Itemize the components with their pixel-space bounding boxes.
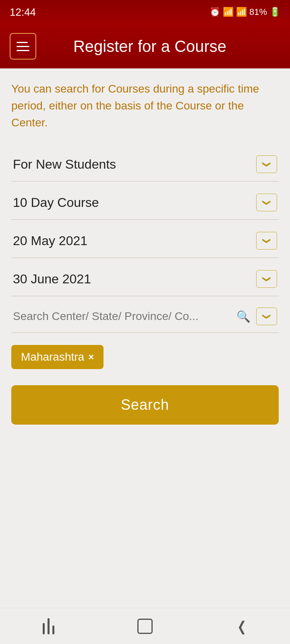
wifi-icon: 📶 (223, 7, 234, 17)
search-icon[interactable]: 🔍 (234, 308, 252, 325)
tag-label: Maharashtra (21, 351, 84, 363)
search-button[interactable]: Search (11, 385, 279, 425)
main-content: You can search for Courses during a spec… (0, 68, 290, 433)
student-type-label: For New Students (13, 157, 116, 172)
start-date-label: 20 May 2021 (13, 233, 87, 248)
end-date-dropdown[interactable]: 30 June 2021 (11, 262, 279, 296)
bottom-navigation: ❮ (0, 608, 290, 644)
center-search-container: 🔍 (11, 300, 279, 333)
selected-tags-container: Maharashtra × (11, 345, 279, 369)
home-icon (137, 619, 153, 634)
course-type-chevron-icon[interactable] (256, 194, 277, 211)
maharashtra-tag[interactable]: Maharashtra × (11, 345, 104, 369)
battery-text: 81% (249, 7, 267, 17)
start-date-chevron-icon[interactable] (256, 232, 277, 250)
home-button[interactable] (129, 614, 161, 638)
hamburger-icon (17, 42, 29, 51)
center-search-input[interactable] (13, 310, 230, 323)
status-time: 12:44 (10, 6, 36, 19)
end-date-chevron-icon[interactable] (256, 270, 277, 288)
student-type-chevron-icon[interactable] (256, 155, 277, 173)
signal-icon: 📶 (236, 7, 247, 17)
end-date-label: 30 June 2021 (13, 272, 91, 287)
start-date-dropdown[interactable]: 20 May 2021 (11, 224, 279, 258)
status-bar: 12:44 ⏰ 📶 📶 81% 🔋 (0, 0, 290, 24)
tag-remove-icon[interactable]: × (88, 351, 94, 363)
alarm-icon: ⏰ (209, 7, 220, 17)
back-icon: ❮ (237, 618, 246, 634)
course-type-label: 10 Day Course (13, 195, 99, 210)
back-button[interactable]: ❮ (226, 614, 258, 638)
student-type-dropdown[interactable]: For New Students (11, 147, 279, 182)
menu-button[interactable] (10, 33, 36, 60)
description-text: You can search for Courses during a spec… (11, 80, 279, 131)
recent-apps-icon (43, 618, 54, 634)
recent-apps-button[interactable] (32, 614, 64, 638)
status-icons: ⏰ 📶 📶 81% 🔋 (209, 7, 280, 17)
page-title: Register for a Course (46, 37, 280, 56)
app-header: Register for a Course (0, 24, 290, 68)
battery-icon: 🔋 (269, 7, 280, 17)
center-search-chevron-icon[interactable] (256, 308, 277, 325)
course-type-dropdown[interactable]: 10 Day Course (11, 186, 279, 220)
